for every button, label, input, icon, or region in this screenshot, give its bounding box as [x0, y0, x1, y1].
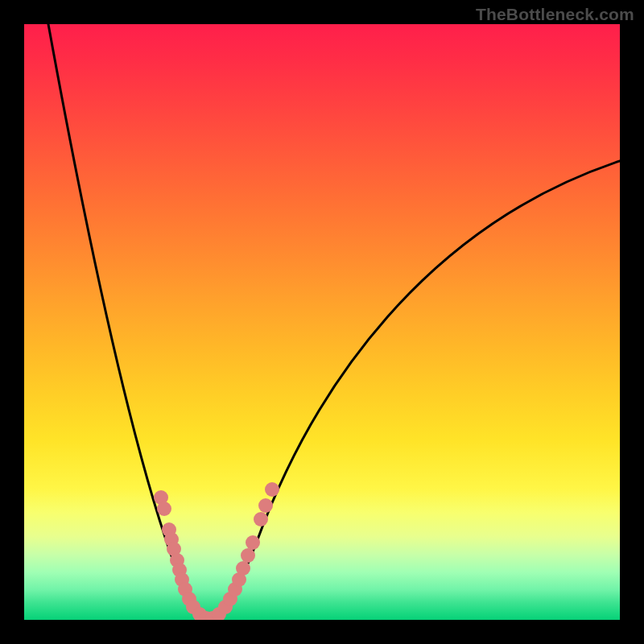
watermark-text: TheBottleneck.com — [476, 5, 634, 24]
marker-dot — [246, 535, 260, 550]
chart-svg — [24, 24, 620, 620]
curve-right-arm — [209, 161, 620, 620]
marker-dot — [236, 561, 250, 576]
marker-group — [154, 482, 279, 620]
marker-dot — [157, 502, 171, 516]
marker-dot — [265, 482, 279, 497]
plot-area — [24, 24, 620, 620]
marker-dot — [254, 512, 268, 526]
marker-dot — [241, 548, 255, 563]
curve-left-arm — [48, 24, 209, 620]
marker-dot — [258, 498, 273, 513]
